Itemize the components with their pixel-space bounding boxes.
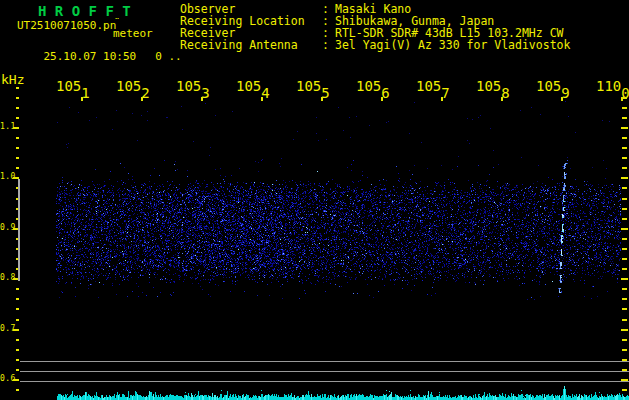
freq-minor-tick — [16, 288, 19, 290]
info-separator: : — [322, 39, 329, 51]
freq-major-tick — [13, 329, 19, 331]
freq-major-tick — [13, 127, 19, 129]
grid-line — [20, 361, 629, 362]
freq-label: 0.6 — [0, 374, 13, 383]
freq-label: 0.7 — [0, 324, 13, 333]
noise-band-marker-line — [18, 179, 20, 281]
datetime-text: 25.10.07 10:50 — [44, 50, 137, 63]
right-tick — [622, 97, 627, 99]
time-label-main: 105 — [116, 78, 141, 94]
freq-minor-tick — [16, 359, 19, 361]
capture-filename: UT2510071050.pn — [17, 19, 116, 32]
time-label-main: 105 — [296, 78, 321, 94]
freq-minor-tick — [16, 369, 19, 371]
spectrogram-canvas — [55, 100, 629, 400]
time-label-main: 105 — [476, 78, 501, 94]
freq-minor-tick — [16, 298, 19, 300]
info-value: 3el Yagi(V) Az 330 for Vladivostok — [335, 39, 570, 51]
freq-minor-tick — [16, 97, 19, 99]
freq-minor-tick — [16, 339, 19, 341]
freq-minor-tick — [16, 157, 19, 159]
freq-minor-tick — [16, 147, 19, 149]
freq-label: 1.1 — [0, 122, 13, 131]
freq-axis-unit: kHz — [1, 72, 24, 87]
datetime-row: 25.10.07 10:500 .. — [17, 37, 182, 76]
freq-minor-tick — [16, 167, 19, 169]
freq-minor-tick — [16, 349, 19, 351]
time-label-main: 105 — [56, 78, 81, 94]
echo-counter: 0 .. — [155, 50, 182, 63]
freq-minor-tick — [16, 87, 19, 89]
freq-minor-tick — [16, 319, 19, 321]
freq-minor-tick — [16, 389, 19, 391]
freq-minor-tick — [16, 117, 19, 119]
freq-minor-tick — [16, 137, 19, 139]
freq-minor-tick — [16, 107, 19, 109]
hrofft-window: H R O F F T UT2510071050.pn ¨ meteor 25.… — [0, 0, 629, 400]
time-label-main: 110 — [596, 78, 621, 94]
freq-major-tick — [13, 379, 19, 381]
grid-line — [20, 381, 629, 382]
info-label: Receiving Antenna — [180, 39, 322, 51]
station-info: Observer:Masaki KanoReceiving Location:S… — [180, 3, 629, 51]
grid-line — [20, 371, 629, 372]
info-row: Receiving Antenna:3el Yagi(V) Az 330 for… — [180, 39, 629, 51]
freq-label: 0.8 — [0, 273, 13, 282]
freq-label: 1.0 — [0, 172, 13, 181]
time-label-main: 105 — [236, 78, 261, 94]
time-label-main: 105 — [536, 78, 561, 94]
freq-minor-tick — [16, 308, 19, 310]
freq-label: 0.9 — [0, 223, 13, 232]
time-label-main: 105 — [356, 78, 381, 94]
time-label-main: 105 — [416, 78, 441, 94]
time-label-main: 105 — [176, 78, 201, 94]
